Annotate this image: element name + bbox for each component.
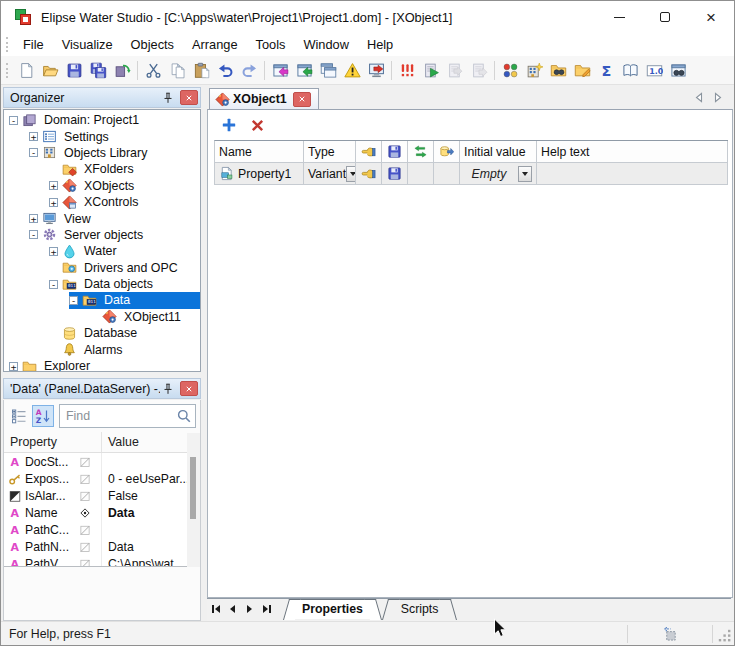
organizer-close-button[interactable] <box>180 90 198 105</box>
tree-item-water[interactable]: +Water <box>4 243 200 259</box>
tree-item-explorer[interactable]: +Explorer <box>4 358 200 372</box>
expander[interactable]: - <box>29 148 38 157</box>
tab-close-button[interactable] <box>293 92 311 107</box>
property-row-docstring[interactable]: DocSt... <box>4 453 200 470</box>
tree-item-domain-project1[interactable]: -Domain: Project1 <box>4 112 200 128</box>
save-all-button[interactable] <box>86 58 110 82</box>
prev-sheet-button[interactable] <box>224 599 241 618</box>
tree-item-objects-library[interactable]: -Objects Library <box>4 145 200 161</box>
maximize-button[interactable] <box>642 2 688 33</box>
tree-item-xobjects[interactable]: +XObjects <box>4 178 200 194</box>
execute-application-button[interactable] <box>364 58 388 82</box>
search-in-folder-button[interactable] <box>546 58 570 82</box>
expander[interactable]: - <box>29 230 38 239</box>
tree-item-xobject11[interactable]: XObject11 <box>4 309 200 325</box>
expander[interactable]: + <box>29 132 38 141</box>
insert-screen-button[interactable] <box>292 58 316 82</box>
cut-button[interactable] <box>141 58 165 82</box>
tree-item-xfolders[interactable]: XFolders <box>4 161 200 177</box>
cell-type[interactable]: Variant <box>304 163 356 184</box>
sort-az-button[interactable] <box>32 405 54 427</box>
object-library-button[interactable] <box>618 58 642 82</box>
property-row-pathvolume[interactable]: PathV...C:\Apps\wat <box>4 555 200 567</box>
tree-item-settings[interactable]: +Settings <box>4 128 200 144</box>
cell-sync[interactable] <box>408 163 434 184</box>
first-sheet-button[interactable] <box>207 599 224 618</box>
expander[interactable]: - <box>9 116 18 125</box>
undo-button[interactable] <box>213 58 237 82</box>
menu-grip[interactable] <box>6 37 10 52</box>
cell-help-text[interactable] <box>537 163 728 184</box>
expander[interactable]: - <box>69 296 78 305</box>
menu-window[interactable]: Window <box>294 34 358 55</box>
expander[interactable]: + <box>49 181 58 190</box>
tab-nav-left-icon[interactable] <box>693 91 706 104</box>
run-server-button[interactable] <box>419 58 443 82</box>
open-button[interactable] <box>38 58 62 82</box>
property-row-pathname[interactable]: PathN...Data <box>4 538 200 555</box>
new-xobject-button[interactable] <box>522 58 546 82</box>
menu-objects[interactable]: Objects <box>122 34 183 55</box>
server-export-button[interactable] <box>467 58 491 82</box>
properties-close-button[interactable] <box>180 381 198 396</box>
color-palette-button[interactable] <box>498 58 522 82</box>
expander[interactable]: + <box>49 198 58 207</box>
expander[interactable]: + <box>29 214 38 223</box>
type-dropdown-button[interactable] <box>346 166 356 182</box>
close-button[interactable]: × <box>688 2 734 33</box>
tree-item-xcontrols[interactable]: +XControls <box>4 194 200 210</box>
save-button[interactable] <box>62 58 86 82</box>
tree-item-drivers-and-opc[interactable]: Drivers and OPC <box>4 260 200 276</box>
expressions-sum-button[interactable] <box>594 58 618 82</box>
copy-button[interactable] <box>165 58 189 82</box>
next-sheet-button[interactable] <box>241 599 258 618</box>
redo-button[interactable] <box>237 58 261 82</box>
server-offline-button[interactable] <box>443 58 467 82</box>
menu-help[interactable]: Help <box>358 34 402 55</box>
property-row-exposure[interactable]: Expos...0 - eeUsePar... <box>4 470 200 487</box>
edit-folder-button[interactable] <box>570 58 594 82</box>
cell-save[interactable] <box>382 163 408 184</box>
delete-property-button[interactable] <box>246 114 268 136</box>
property-row-pathc[interactable]: PathC... <box>4 521 200 538</box>
tree-item-server-objects[interactable]: -Server objects <box>4 227 200 243</box>
import-screen-button[interactable] <box>268 58 292 82</box>
verify-domain-button[interactable] <box>340 58 364 82</box>
cell-export[interactable] <box>434 163 460 184</box>
properties-pin-button[interactable] <box>160 381 176 397</box>
tree-item-view[interactable]: +View <box>4 210 200 226</box>
organizer-pin-button[interactable] <box>160 90 176 106</box>
find-in-project-button[interactable] <box>666 58 690 82</box>
minimize-button[interactable] <box>596 2 642 33</box>
toolbar-grip[interactable] <box>6 63 10 78</box>
stop-server-button[interactable] <box>395 58 419 82</box>
property-row-isalarm[interactable]: IsAlar...False <box>4 487 200 504</box>
menu-tools[interactable]: Tools <box>247 34 295 55</box>
window-list-button[interactable] <box>316 58 340 82</box>
tab-xobject1[interactable]: XObject1 <box>209 88 319 109</box>
tree-item-data[interactable]: -Data <box>4 292 200 308</box>
menu-arrange[interactable]: Arrange <box>183 34 247 55</box>
tab-properties[interactable]: Properties <box>291 599 374 619</box>
resize-grip[interactable] <box>713 622 734 645</box>
grid-row-property1[interactable]: Property1 Variant Empty <box>215 163 728 185</box>
initial-value-dropdown-button[interactable] <box>518 166 532 182</box>
last-sheet-button[interactable] <box>258 599 275 618</box>
menu-file[interactable]: File <box>14 34 53 55</box>
property-row-name[interactable]: NameData <box>4 504 200 521</box>
property-grid-scrollbar[interactable] <box>187 433 200 567</box>
menu-visualize[interactable]: Visualize <box>53 34 122 55</box>
tree-item-alarms[interactable]: Alarms <box>4 341 200 357</box>
scrollbar-thumb[interactable] <box>190 457 196 519</box>
add-property-button[interactable] <box>218 114 240 136</box>
tree-item-data-objects[interactable]: -Data objects <box>4 276 200 292</box>
cell-retentive[interactable] <box>356 163 382 184</box>
paste-button[interactable] <box>189 58 213 82</box>
expander[interactable]: + <box>9 362 18 371</box>
new-file-button[interactable] <box>14 58 38 82</box>
categorize-button[interactable] <box>8 405 30 427</box>
cell-initial-value[interactable]: Empty <box>460 163 537 184</box>
decimal-places-button[interactable] <box>642 58 666 82</box>
cell-name[interactable]: Property1 <box>215 163 304 184</box>
tree-item-database[interactable]: Database <box>4 325 200 341</box>
